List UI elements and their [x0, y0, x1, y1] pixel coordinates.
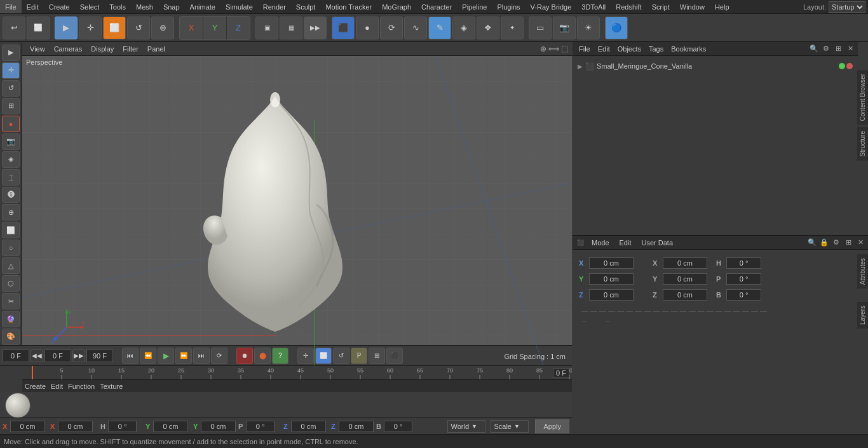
menu-redshift[interactable]: Redshift: [611, 0, 646, 13]
effector-btn[interactable]: ✦: [501, 17, 524, 39]
coord-h-input[interactable]: [108, 421, 137, 432]
menu-plugins[interactable]: Plugins: [492, 0, 525, 13]
menu-3dtoall[interactable]: 3DToAll: [576, 0, 611, 13]
menu-file[interactable]: File: [0, 0, 22, 13]
menu-tools[interactable]: Tools: [104, 0, 131, 13]
menu-edit[interactable]: Edit: [22, 0, 44, 13]
left-tool-4[interactable]: ●: [2, 116, 20, 132]
menu-character[interactable]: Character: [416, 0, 457, 13]
start-frame-input[interactable]: [3, 350, 29, 362]
attr-search-icon[interactable]: 🔍: [807, 238, 817, 248]
rotate-tool-btn[interactable]: ↺: [127, 17, 150, 39]
render-view-btn[interactable]: ▦: [280, 17, 302, 39]
layers-tab[interactable]: Layers: [857, 302, 868, 329]
coord-x2-input[interactable]: [58, 421, 93, 432]
left-tool-16[interactable]: 🎨: [2, 329, 20, 345]
menu-mograph[interactable]: MoGraph: [377, 0, 416, 13]
structure-tab[interactable]: Structure: [857, 127, 868, 161]
bevel-btn[interactable]: ◈: [452, 17, 475, 39]
left-tool-13[interactable]: ⬡: [2, 275, 20, 292]
menu-window[interactable]: Window: [675, 0, 710, 13]
attr-z-input2[interactable]: [663, 289, 707, 301]
scale-tool-btn[interactable]: ⬜: [103, 17, 126, 39]
viewport-canvas[interactable]: Perspective: [22, 56, 572, 365]
menu-create[interactable]: Create: [44, 0, 75, 13]
left-tool-10[interactable]: ⬜: [2, 222, 20, 238]
coord-x-input[interactable]: [10, 421, 45, 432]
floor-btn[interactable]: ▭: [529, 17, 552, 39]
obj-menu-bookmarks[interactable]: Bookmarks: [667, 42, 710, 55]
light-btn[interactable]: ☀: [577, 17, 600, 39]
timeline[interactable]: 0 5 10 15 20 25 30 35 40 45 50 55 60: [0, 365, 572, 379]
obj-search-icon[interactable]: 🔍: [809, 44, 819, 54]
obj-menu-edit[interactable]: Edit: [594, 42, 614, 55]
vp-icon-2[interactable]: ⟺: [548, 44, 559, 53]
cube-btn[interactable]: ⬛: [332, 17, 355, 39]
go-start-btn[interactable]: ⏮: [122, 348, 139, 364]
step-forward-btn[interactable]: ⏩: [175, 348, 192, 364]
render-safe-btn[interactable]: ⬛: [386, 348, 403, 364]
move-tool-btn[interactable]: ✛: [79, 17, 102, 39]
play-btn[interactable]: ▶: [158, 348, 174, 364]
menu-simulate[interactable]: Simulate: [220, 0, 258, 13]
move-mode-btn[interactable]: ✛: [297, 348, 314, 364]
vp-menu-cameras[interactable]: Cameras: [50, 45, 86, 53]
obj-menu-file[interactable]: File: [575, 42, 594, 55]
obj-menu-objects[interactable]: Objects: [614, 42, 645, 55]
loop-btn[interactable]: ⟳: [211, 348, 227, 364]
mat-menu-edit[interactable]: Edit: [51, 383, 63, 390]
mat-menu-create[interactable]: Create: [25, 383, 46, 390]
obj-settings-icon[interactable]: ⚙: [821, 44, 831, 54]
apply-button[interactable]: Apply: [535, 419, 569, 433]
left-tool-6[interactable]: ◈: [2, 151, 20, 168]
coord-p-input[interactable]: [246, 421, 275, 432]
attr-expand-icon[interactable]: ⊞: [843, 238, 853, 248]
obj-close-icon[interactable]: ✕: [845, 44, 855, 54]
left-tool-0[interactable]: ▶: [2, 44, 20, 61]
scale-dropdown[interactable]: Scale ▼: [491, 420, 529, 433]
end-frame-btn[interactable]: ▶▶: [72, 350, 85, 362]
spline-btn[interactable]: ∿: [404, 17, 427, 39]
auto-key-btn[interactable]: ⬤: [254, 348, 271, 364]
left-tool-11[interactable]: ○: [2, 240, 20, 256]
current-frame-input[interactable]: [44, 350, 71, 362]
viewport[interactable]: View Cameras Display Filter Panel ⊕ ⟺ ⬚ …: [22, 42, 572, 365]
help-btn[interactable]: ?: [272, 348, 288, 364]
prev-frame-btn[interactable]: ◀◀: [31, 350, 43, 362]
left-tool-8[interactable]: 🅢: [2, 187, 20, 203]
snap-mode-btn[interactable]: P: [351, 348, 367, 364]
rotate-mode-btn[interactable]: ⬜: [315, 348, 332, 364]
attributes-tab[interactable]: Attributes: [857, 254, 868, 288]
menu-pipeline[interactable]: Pipeline: [457, 0, 492, 13]
menu-animate[interactable]: Animate: [185, 0, 220, 13]
left-tool-7[interactable]: ⌶: [2, 169, 20, 186]
attr-z-input1[interactable]: [589, 289, 634, 301]
coord-z-input[interactable]: [291, 421, 326, 432]
select-tool-btn[interactable]: ▶: [55, 17, 78, 39]
vp-icon-1[interactable]: ⊕: [540, 44, 546, 53]
attr-close-icon[interactable]: ✕: [855, 238, 865, 248]
content-browser-tab[interactable]: Content Browser: [857, 70, 868, 125]
redo-btn[interactable]: ⬜: [27, 17, 50, 39]
mat-menu-function[interactable]: Function: [68, 383, 95, 390]
attr-p-input[interactable]: [726, 273, 761, 285]
mat-menu-texture[interactable]: Texture: [100, 383, 123, 390]
render-btn[interactable]: ▶▶: [304, 17, 327, 39]
attr-h-input[interactable]: [726, 257, 761, 269]
world-dropdown[interactable]: World ▼: [447, 420, 485, 433]
timeline-playhead[interactable]: [32, 366, 33, 379]
attr-x-input1[interactable]: [589, 257, 634, 269]
vp-menu-filter[interactable]: Filter: [119, 45, 142, 53]
vp-menu-view[interactable]: View: [26, 45, 49, 53]
left-tool-5[interactable]: 📷: [2, 133, 20, 150]
coord-y2-input[interactable]: [201, 421, 236, 432]
attr-b-input[interactable]: [726, 289, 761, 301]
coord-b-input[interactable]: [384, 421, 412, 432]
grid-btn[interactable]: ⊞: [369, 348, 385, 364]
coord-z2-input[interactable]: [339, 421, 374, 432]
sphere-btn[interactable]: ●: [356, 17, 379, 39]
menu-select[interactable]: Select: [75, 0, 105, 13]
render-region-btn[interactable]: ▣: [255, 17, 278, 39]
attr-lock-icon[interactable]: 🔒: [819, 238, 829, 248]
end-frame-display[interactable]: [86, 350, 113, 362]
